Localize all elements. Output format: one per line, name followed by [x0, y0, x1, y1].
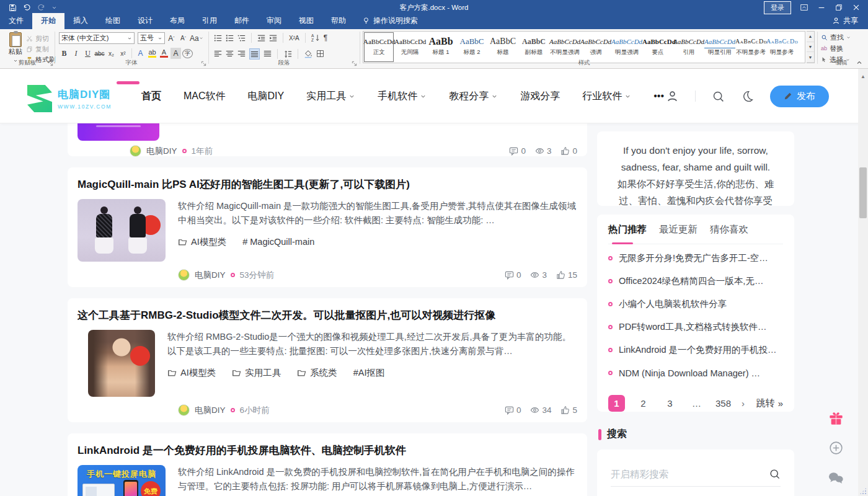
- styles-scroll-up-icon[interactable]: ▲: [807, 32, 814, 42]
- hot-list-item[interactable]: PDF转word工具,文档格式转换软件…: [608, 316, 783, 339]
- style-chip[interactable]: AaBbCcDd 不明显参考: [735, 32, 766, 63]
- style-chip[interactable]: AaBbCcDd 正文: [363, 32, 394, 63]
- article-thumbnail[interactable]: 手机一键投屏电脑 免费 高清投屏!: [78, 465, 166, 496]
- cut-button[interactable]: 剪切: [26, 33, 56, 43]
- shrink-font-button[interactable]: Aˇ: [178, 33, 188, 44]
- nav-item-游戏分享[interactable]: 游戏分享: [520, 90, 560, 103]
- sidebar-tab-最近更新[interactable]: 最近更新: [659, 223, 698, 237]
- nav-item-行业软件[interactable]: 行业软件: [582, 90, 631, 103]
- grow-font-button[interactable]: Aˆ: [166, 33, 177, 44]
- dark-mode-moon-icon[interactable]: [741, 90, 754, 103]
- decrease-indent-icon[interactable]: [257, 34, 265, 42]
- hot-list-item[interactable]: LinkAndroid 是一个免费好用的手机投…: [608, 339, 783, 361]
- font-dialog-launcher-icon[interactable]: [201, 61, 206, 66]
- page-button[interactable]: …: [688, 395, 705, 412]
- nav-item-实用工具[interactable]: 实用工具: [306, 90, 355, 103]
- article-thumbnail[interactable]: [78, 123, 159, 141]
- asian-layout-icon[interactable]: X²A: [289, 35, 299, 42]
- nav-item-•••[interactable]: •••: [653, 91, 664, 102]
- highlight-color-icon[interactable]: ab: [147, 48, 157, 59]
- likes-stat[interactable]: 15: [556, 270, 577, 280]
- strikethrough-button[interactable]: abc: [94, 48, 105, 59]
- author-name[interactable]: 电脑DIY: [195, 405, 226, 416]
- bullet-list-icon[interactable]: [214, 34, 222, 42]
- nav-item-首页[interactable]: 首页: [141, 90, 161, 103]
- italic-button[interactable]: I: [71, 48, 81, 59]
- style-chip[interactable]: AaBbC 标题 2: [456, 32, 487, 63]
- hot-list-item[interactable]: 小编个人电脑装机软件分享: [608, 293, 783, 316]
- minimize-icon[interactable]: [817, 3, 826, 12]
- ribbon-tab-布局[interactable]: 布局: [161, 13, 193, 29]
- multilevel-list-icon[interactable]: [237, 34, 246, 42]
- save-icon[interactable]: [9, 4, 17, 12]
- ribbon-tab-审阅[interactable]: 审阅: [258, 13, 290, 29]
- hot-list-item[interactable]: 无限多开分身!免费无广告多开工-空…: [608, 247, 783, 270]
- sort-icon[interactable]: [311, 33, 320, 42]
- style-chip[interactable]: AaBbC 标题: [487, 32, 518, 63]
- style-chip[interactable]: AaBbCcDd 无间隔: [394, 32, 425, 63]
- search-icon[interactable]: [712, 90, 725, 103]
- sidebar-tab-热门推荐[interactable]: 热门推荐: [608, 223, 647, 237]
- ribbon-tab-视图[interactable]: 视图: [290, 13, 322, 29]
- ribbon-tab-绘图[interactable]: 绘图: [97, 13, 129, 29]
- redo-icon[interactable]: [37, 4, 45, 12]
- article-tag[interactable]: # MagicQuill-main: [242, 237, 314, 247]
- sidebar-tab-猜你喜欢[interactable]: 猜你喜欢: [710, 223, 748, 237]
- justify-icon[interactable]: [250, 50, 259, 58]
- style-chip[interactable]: AaBbCcDd 明显参考: [766, 32, 797, 63]
- user-icon[interactable]: [666, 90, 679, 103]
- article-title[interactable]: MagicQuill-main 比PS AI还好用的智能生图工具(更新了,可以下…: [78, 177, 577, 192]
- restore-icon[interactable]: [835, 3, 843, 12]
- bold-button[interactable]: B: [59, 48, 69, 59]
- ribbon-tab-设计[interactable]: 设计: [129, 13, 161, 29]
- article-tag[interactable]: #AI抠图: [353, 367, 385, 379]
- character-shading-icon[interactable]: A: [170, 48, 181, 59]
- ribbon-tab-邮件[interactable]: 邮件: [226, 13, 258, 29]
- style-chip[interactable]: AaBbCcDd 明显强调: [611, 32, 642, 63]
- numbered-list-icon[interactable]: [226, 34, 234, 42]
- style-chip[interactable]: AaBbC 副标题: [518, 32, 549, 63]
- author-avatar[interactable]: [178, 404, 190, 416]
- superscript-button[interactable]: x²: [118, 48, 128, 59]
- page-button[interactable]: 3: [662, 395, 678, 412]
- borders-icon[interactable]: [316, 50, 324, 58]
- next-page-button[interactable]: ›: [742, 398, 745, 409]
- gift-icon[interactable]: [828, 410, 844, 427]
- article-thumbnail[interactable]: [78, 199, 166, 262]
- font-size-select[interactable]: 五号: [138, 32, 165, 44]
- ribbon-tab-帮助[interactable]: 帮助: [322, 13, 355, 29]
- font-name-select[interactable]: 宋体 (中文正文): [59, 32, 135, 44]
- login-button[interactable]: 登录: [764, 1, 791, 14]
- shading-icon[interactable]: [304, 50, 312, 58]
- scroll-up-icon[interactable]: ▲: [858, 74, 868, 79]
- comments-stat[interactable]: 0: [509, 146, 526, 156]
- tell-me-search[interactable]: 操作说明搜索: [355, 13, 425, 29]
- article-title[interactable]: 这个工具基于RMBG-2-Studio模型文件二次开发。可以批量抠图片,也可以对…: [78, 308, 577, 322]
- likes-stat[interactable]: 0: [560, 146, 577, 156]
- style-chip[interactable]: AaBbCcDd 强调: [580, 32, 611, 63]
- style-chip[interactable]: AaBbCcDd 明显引用: [704, 32, 735, 63]
- likes-stat[interactable]: 5: [560, 405, 577, 415]
- line-spacing-icon[interactable]: [283, 50, 292, 58]
- subscript-button[interactable]: x₂: [106, 48, 117, 59]
- styles-more-icon[interactable]: ▼: [807, 52, 814, 63]
- align-right-icon[interactable]: [237, 50, 246, 58]
- text-effects-icon[interactable]: A: [135, 48, 146, 59]
- style-chip[interactable]: AaBb 标题 1: [425, 32, 456, 63]
- underline-button[interactable]: U: [82, 48, 93, 59]
- article-title[interactable]: LinkAndroid 是一个免费好用的手机投屏电脑软件、电脑控制手机软件: [78, 443, 577, 458]
- ribbon-tab-文件[interactable]: 文件: [0, 13, 32, 29]
- replace-button[interactable]: ab替换: [821, 43, 851, 54]
- add-icon[interactable]: [828, 440, 844, 456]
- wechat-icon[interactable]: [827, 469, 844, 487]
- align-left-icon[interactable]: [214, 50, 222, 58]
- clipboard-dialog-launcher-icon[interactable]: [48, 61, 53, 66]
- page-button[interactable]: 2: [635, 395, 652, 412]
- scrollbar[interactable]: ▲: [858, 69, 868, 496]
- customize-toolbar-icon[interactable]: [51, 5, 57, 11]
- site-logo[interactable]: 电脑DIY圈 WWW.10ZV.COM: [27, 85, 112, 112]
- show-marks-icon[interactable]: ¶: [324, 33, 327, 42]
- share-button[interactable]: 共享: [822, 13, 868, 29]
- comments-stat[interactable]: 0: [505, 270, 521, 280]
- article-tag[interactable]: AI模型类: [167, 367, 216, 379]
